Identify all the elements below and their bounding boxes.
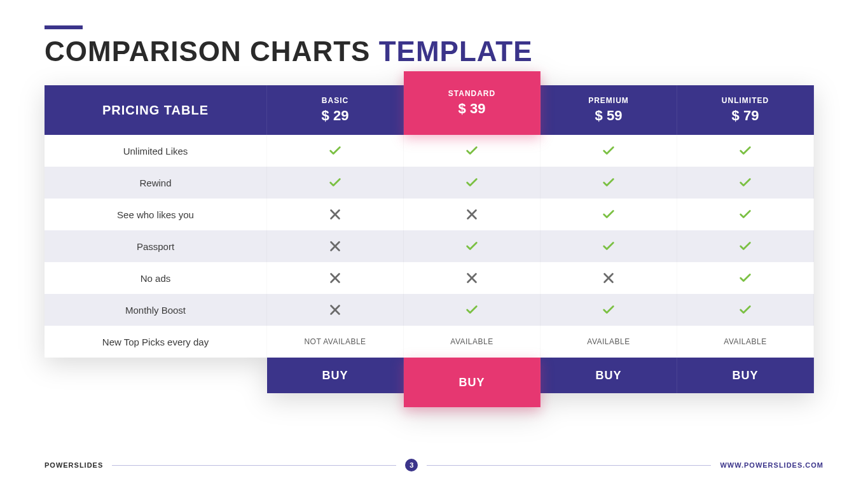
brand-label: POWERSLIDES xyxy=(45,461,103,469)
cross-icon xyxy=(541,262,677,294)
page-number: 3 xyxy=(405,459,418,471)
feature-label: Passport xyxy=(45,230,267,262)
plan-price: $ 59 xyxy=(595,108,623,124)
buy-button-premium[interactable]: BUY xyxy=(541,358,677,393)
page-title: COMPARISON CHARTS TEMPLATE xyxy=(45,36,823,67)
plan-name: STANDARD xyxy=(448,89,495,98)
title-main: COMPARISON CHARTS xyxy=(45,36,370,67)
feature-label: Unlimited Likes xyxy=(45,135,267,167)
check-icon xyxy=(677,294,814,326)
check-icon xyxy=(541,135,677,167)
availability-text: AVAILABLE xyxy=(541,326,677,358)
buy-button-standard[interactable]: BUY xyxy=(404,358,541,407)
plan-name: BASIC xyxy=(322,96,348,105)
title-accent: TEMPLATE xyxy=(379,36,533,67)
footer: POWERSLIDES 3 WWW.POWERSLIDES.COM xyxy=(45,459,823,471)
check-icon xyxy=(267,167,404,199)
check-icon xyxy=(677,135,814,167)
check-icon xyxy=(541,294,677,326)
availability-text: AVAILABLE xyxy=(404,326,541,358)
feature-label: Monthly Boost xyxy=(45,294,267,326)
check-icon xyxy=(404,167,541,199)
footer-url: WWW.POWERSLIDES.COM xyxy=(720,461,823,469)
plan-header-basic: BASIC$ 29 xyxy=(267,85,404,135)
pricing-table: PRICING TABLEBASIC$ 29STANDARD$ 39PREMIU… xyxy=(45,85,823,393)
plan-header-unlimited: UNLIMITED$ 79 xyxy=(677,85,814,135)
cross-icon xyxy=(267,199,404,230)
buy-spacer xyxy=(45,358,267,393)
check-icon xyxy=(541,199,677,230)
feature-label: New Top Picks every day xyxy=(45,326,267,358)
plan-header-premium: PREMIUM$ 59 xyxy=(541,85,677,135)
plan-price: $ 29 xyxy=(322,108,349,124)
check-icon xyxy=(404,135,541,167)
check-icon xyxy=(677,167,814,199)
check-icon xyxy=(541,230,677,262)
availability-text: NOT AVAILABLE xyxy=(267,326,404,358)
check-icon xyxy=(404,294,541,326)
cross-icon xyxy=(404,199,541,230)
buy-button-unlimited[interactable]: BUY xyxy=(677,358,814,393)
feature-label: Rewind xyxy=(45,167,267,199)
check-icon xyxy=(267,135,404,167)
feature-label: See who likes you xyxy=(45,199,267,230)
cross-icon xyxy=(267,230,404,262)
accent-bar xyxy=(45,25,83,29)
check-icon xyxy=(677,230,814,262)
plan-price: $ 79 xyxy=(732,108,759,124)
cross-icon xyxy=(267,294,404,326)
buy-button-basic[interactable]: BUY xyxy=(267,358,404,393)
check-icon xyxy=(677,199,814,230)
cross-icon xyxy=(267,262,404,294)
availability-text: AVAILABLE xyxy=(677,326,814,358)
cross-icon xyxy=(404,262,541,294)
plan-price: $ 39 xyxy=(458,101,486,117)
check-icon xyxy=(404,230,541,262)
plan-name: UNLIMITED xyxy=(722,96,769,105)
divider xyxy=(112,465,396,466)
feature-label: No ads xyxy=(45,262,267,294)
plan-header-standard: STANDARD$ 39 xyxy=(404,71,541,135)
plan-name: PREMIUM xyxy=(588,96,629,105)
divider xyxy=(427,465,711,466)
check-icon xyxy=(541,167,677,199)
table-header: PRICING TABLE xyxy=(45,85,267,135)
check-icon xyxy=(677,262,814,294)
